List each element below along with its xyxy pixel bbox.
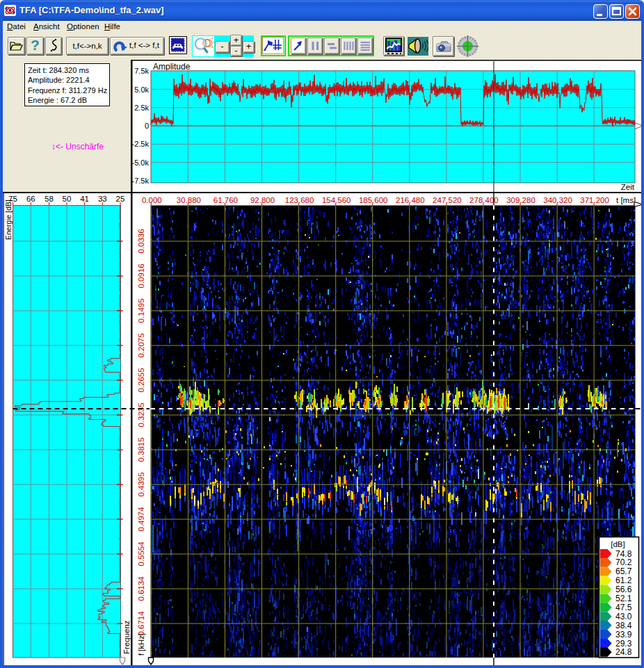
svg-text:58: 58 [45, 195, 54, 203]
svg-text:38.4: 38.4 [615, 621, 632, 630]
svg-text:-2.5k: -2.5k [132, 140, 150, 148]
svg-text:-7.5k: -7.5k [132, 177, 150, 185]
svg-text:0.5554: 0.5554 [137, 541, 145, 567]
svg-text:0.3815: 0.3815 [137, 437, 145, 462]
svg-text:340.320: 340.320 [543, 196, 572, 204]
svg-text:7.5k: 7.5k [134, 67, 149, 75]
svg-text:61.760: 61.760 [214, 196, 238, 204]
svg-text:0.0336: 0.0336 [137, 229, 145, 253]
svg-text:t [ms]: t [ms] [616, 196, 636, 204]
svg-text:0.2655: 0.2655 [137, 368, 145, 392]
svg-text:61.2: 61.2 [615, 576, 632, 585]
svg-text:29.3: 29.3 [615, 639, 632, 649]
svg-text:74.8: 74.8 [615, 549, 632, 559]
svg-text:92.800: 92.800 [250, 196, 275, 204]
svg-text:56.6: 56.6 [615, 585, 632, 594]
svg-text:-5.0k: -5.0k [132, 158, 150, 167]
svg-text:Frequenz: Frequenz [122, 620, 131, 654]
svg-text:185.600: 185.600 [359, 196, 388, 204]
svg-text:52.1: 52.1 [615, 594, 632, 603]
svg-text:47.5: 47.5 [615, 603, 632, 612]
svg-text:70.2: 70.2 [615, 557, 632, 567]
svg-text:0.6134: 0.6134 [137, 576, 145, 601]
svg-text:247.520: 247.520 [433, 196, 462, 204]
svg-text:0.000: 0.000 [142, 196, 162, 204]
svg-text:0: 0 [145, 122, 149, 130]
svg-text:Zeit: Zeit [621, 183, 635, 191]
svg-text:33.9: 33.9 [615, 630, 632, 640]
svg-text:0.0916: 0.0916 [137, 263, 145, 288]
svg-text:f [kHz]: f [kHz] [137, 633, 145, 656]
svg-text:65.7: 65.7 [615, 567, 632, 576]
svg-text:0.4395: 0.4395 [137, 472, 145, 496]
svg-text:Amplitude: Amplitude [153, 62, 191, 72]
svg-text:50: 50 [63, 195, 72, 203]
svg-text:43.0: 43.0 [615, 612, 632, 621]
svg-text:2.5k: 2.5k [134, 104, 149, 112]
svg-text:Energie [dB]: Energie [dB] [4, 199, 13, 240]
svg-text:25: 25 [116, 195, 125, 203]
svg-text:0.6714: 0.6714 [137, 611, 145, 636]
svg-text:0.3235: 0.3235 [137, 402, 145, 427]
svg-text:0.4974: 0.4974 [137, 507, 145, 532]
svg-text:66: 66 [26, 195, 35, 203]
svg-text:371.200: 371.200 [580, 196, 609, 204]
svg-text:309.280: 309.280 [506, 196, 536, 204]
svg-text:41: 41 [80, 195, 89, 203]
svg-text:154.560: 154.560 [322, 196, 351, 204]
svg-text:30.880: 30.880 [177, 196, 201, 204]
svg-text:[dB]: [dB] [611, 540, 625, 548]
svg-text:0.2075: 0.2075 [137, 333, 145, 357]
svg-text:33: 33 [98, 195, 107, 203]
svg-text:216.480: 216.480 [396, 196, 425, 204]
svg-text:5.0k: 5.0k [134, 85, 149, 94]
svg-text:24.8: 24.8 [615, 647, 632, 657]
svg-text:123.680: 123.680 [285, 196, 314, 204]
svg-text:0.1495: 0.1495 [137, 298, 145, 323]
